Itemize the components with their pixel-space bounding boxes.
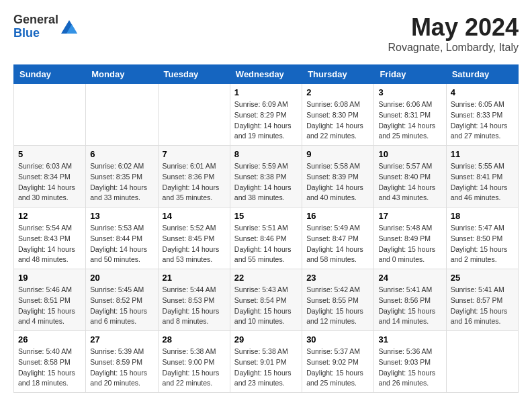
calendar-cell: 29Sunrise: 5:38 AMSunset: 9:01 PMDayligh… (230, 331, 302, 393)
day-detail: Sunrise: 5:51 AMSunset: 8:46 PMDaylight:… (234, 223, 298, 265)
weekday-header-friday: Friday (374, 65, 446, 84)
week-row-4: 26Sunrise: 5:40 AMSunset: 8:58 PMDayligh… (14, 331, 519, 393)
day-detail: Sunrise: 5:43 AMSunset: 8:54 PMDaylight:… (234, 285, 298, 327)
month-title: May 2024 (388, 13, 519, 42)
day-number: 24 (378, 273, 441, 283)
calendar-cell: 24Sunrise: 5:41 AMSunset: 8:56 PMDayligh… (374, 269, 446, 331)
day-detail: Sunrise: 5:42 AMSunset: 8:55 PMDaylight:… (306, 285, 369, 327)
day-detail: Sunrise: 5:41 AMSunset: 8:57 PMDaylight:… (451, 285, 514, 327)
calendar-cell: 31Sunrise: 5:36 AMSunset: 9:03 PMDayligh… (374, 331, 446, 393)
day-detail: Sunrise: 5:38 AMSunset: 9:01 PMDaylight:… (234, 347, 298, 389)
day-detail: Sunrise: 6:01 AMSunset: 8:36 PMDaylight:… (163, 161, 226, 203)
calendar-cell: 11Sunrise: 5:55 AMSunset: 8:41 PMDayligh… (446, 146, 518, 208)
calendar-cell (14, 84, 86, 146)
calendar-cell: 3Sunrise: 6:06 AMSunset: 8:31 PMDaylight… (374, 84, 446, 146)
calendar-cell: 6Sunrise: 6:02 AMSunset: 8:35 PMDaylight… (86, 146, 158, 208)
calendar-cell (86, 84, 158, 146)
calendar-cell: 15Sunrise: 5:51 AMSunset: 8:46 PMDayligh… (230, 208, 302, 269)
day-detail: Sunrise: 5:36 AMSunset: 9:03 PMDaylight:… (378, 347, 441, 389)
day-number: 26 (18, 334, 81, 345)
day-detail: Sunrise: 5:48 AMSunset: 8:49 PMDaylight:… (378, 223, 441, 265)
weekday-header-monday: Monday (86, 65, 158, 84)
logo-blue: Blue (13, 27, 58, 40)
day-number: 20 (90, 273, 153, 283)
day-detail: Sunrise: 5:46 AMSunset: 8:51 PMDaylight:… (18, 285, 81, 327)
day-number: 18 (451, 211, 514, 221)
day-number: 31 (378, 334, 441, 345)
title-area: May 2024 Rovagnate, Lombardy, Italy (388, 13, 519, 54)
week-row-1: 5Sunrise: 6:03 AMSunset: 8:34 PMDaylight… (14, 146, 519, 208)
day-number: 16 (306, 211, 369, 221)
calendar-cell: 20Sunrise: 5:45 AMSunset: 8:52 PMDayligh… (86, 269, 158, 331)
calendar-cell (446, 331, 518, 393)
day-number: 12 (18, 211, 81, 221)
logo-icon (60, 17, 79, 36)
day-number: 4 (451, 87, 514, 97)
calendar-cell: 18Sunrise: 5:47 AMSunset: 8:50 PMDayligh… (446, 208, 518, 269)
calendar-table: SundayMondayTuesdayWednesdayThursdayFrid… (13, 64, 519, 393)
calendar-cell: 9Sunrise: 5:58 AMSunset: 8:39 PMDaylight… (302, 146, 374, 208)
day-number: 22 (234, 273, 298, 283)
calendar-cell: 14Sunrise: 5:52 AMSunset: 8:45 PMDayligh… (158, 208, 230, 269)
day-number: 19 (18, 273, 81, 283)
weekday-header-tuesday: Tuesday (158, 65, 230, 84)
calendar-cell: 7Sunrise: 6:01 AMSunset: 8:36 PMDaylight… (158, 146, 230, 208)
day-number: 21 (163, 273, 226, 283)
weekday-header-row: SundayMondayTuesdayWednesdayThursdayFrid… (14, 65, 519, 84)
calendar-cell: 25Sunrise: 5:41 AMSunset: 8:57 PMDayligh… (446, 269, 518, 331)
calendar-cell: 10Sunrise: 5:57 AMSunset: 8:40 PMDayligh… (374, 146, 446, 208)
day-detail: Sunrise: 5:53 AMSunset: 8:44 PMDaylight:… (90, 223, 153, 265)
day-number: 3 (378, 87, 441, 97)
weekday-header-thursday: Thursday (302, 65, 374, 84)
day-detail: Sunrise: 5:39 AMSunset: 8:59 PMDaylight:… (90, 347, 153, 389)
calendar-cell (158, 84, 230, 146)
day-number: 2 (306, 87, 369, 97)
day-detail: Sunrise: 5:52 AMSunset: 8:45 PMDaylight:… (163, 223, 226, 265)
day-number: 9 (306, 149, 369, 159)
calendar-cell: 21Sunrise: 5:44 AMSunset: 8:53 PMDayligh… (158, 269, 230, 331)
weekday-header-saturday: Saturday (446, 65, 518, 84)
weekday-header-sunday: Sunday (14, 65, 86, 84)
calendar-cell: 8Sunrise: 5:59 AMSunset: 8:38 PMDaylight… (230, 146, 302, 208)
day-detail: Sunrise: 6:03 AMSunset: 8:34 PMDaylight:… (18, 161, 81, 203)
day-number: 14 (163, 211, 226, 221)
day-detail: Sunrise: 5:55 AMSunset: 8:41 PMDaylight:… (451, 161, 514, 203)
day-number: 11 (451, 149, 514, 159)
day-number: 8 (234, 149, 298, 159)
day-number: 10 (378, 149, 441, 159)
calendar-cell: 28Sunrise: 5:38 AMSunset: 9:00 PMDayligh… (158, 331, 230, 393)
day-number: 23 (306, 273, 369, 283)
logo-general: General (13, 13, 58, 27)
day-detail: Sunrise: 6:02 AMSunset: 8:35 PMDaylight:… (90, 161, 153, 203)
day-detail: Sunrise: 5:59 AMSunset: 8:38 PMDaylight:… (234, 161, 298, 203)
calendar-cell: 23Sunrise: 5:42 AMSunset: 8:55 PMDayligh… (302, 269, 374, 331)
day-detail: Sunrise: 5:45 AMSunset: 8:52 PMDaylight:… (90, 285, 153, 327)
calendar-cell: 13Sunrise: 5:53 AMSunset: 8:44 PMDayligh… (86, 208, 158, 269)
day-number: 5 (18, 149, 81, 159)
day-number: 7 (163, 149, 226, 159)
week-row-3: 19Sunrise: 5:46 AMSunset: 8:51 PMDayligh… (14, 269, 519, 331)
calendar-cell: 1Sunrise: 6:09 AMSunset: 8:29 PMDaylight… (230, 84, 302, 146)
day-detail: Sunrise: 5:38 AMSunset: 9:00 PMDaylight:… (163, 347, 226, 389)
day-detail: Sunrise: 5:37 AMSunset: 9:02 PMDaylight:… (306, 347, 369, 389)
calendar-cell: 19Sunrise: 5:46 AMSunset: 8:51 PMDayligh… (14, 269, 86, 331)
week-row-2: 12Sunrise: 5:54 AMSunset: 8:43 PMDayligh… (14, 208, 519, 269)
day-detail: Sunrise: 6:08 AMSunset: 8:30 PMDaylight:… (306, 99, 369, 142)
week-row-0: 1Sunrise: 6:09 AMSunset: 8:29 PMDaylight… (14, 84, 519, 146)
day-detail: Sunrise: 5:57 AMSunset: 8:40 PMDaylight:… (378, 161, 441, 203)
calendar-cell: 12Sunrise: 5:54 AMSunset: 8:43 PMDayligh… (14, 208, 86, 269)
day-number: 30 (306, 334, 369, 345)
calendar-cell: 30Sunrise: 5:37 AMSunset: 9:02 PMDayligh… (302, 331, 374, 393)
calendar-cell: 27Sunrise: 5:39 AMSunset: 8:59 PMDayligh… (86, 331, 158, 393)
day-number: 29 (234, 334, 298, 345)
day-detail: Sunrise: 5:40 AMSunset: 8:58 PMDaylight:… (18, 347, 81, 389)
day-number: 13 (90, 211, 153, 221)
day-detail: Sunrise: 5:41 AMSunset: 8:56 PMDaylight:… (378, 285, 441, 327)
day-detail: Sunrise: 5:58 AMSunset: 8:39 PMDaylight:… (306, 161, 369, 203)
day-number: 6 (90, 149, 153, 159)
day-detail: Sunrise: 6:06 AMSunset: 8:31 PMDaylight:… (378, 99, 441, 142)
day-detail: Sunrise: 5:54 AMSunset: 8:43 PMDaylight:… (18, 223, 81, 265)
calendar-cell: 26Sunrise: 5:40 AMSunset: 8:58 PMDayligh… (14, 331, 86, 393)
day-number: 15 (234, 211, 298, 221)
calendar-cell: 5Sunrise: 6:03 AMSunset: 8:34 PMDaylight… (14, 146, 86, 208)
